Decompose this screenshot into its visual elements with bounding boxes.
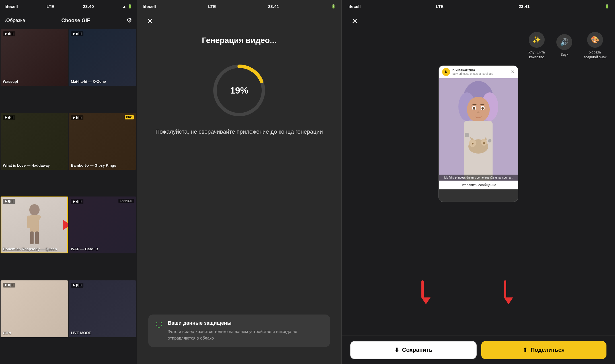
enhance-label: Улучшитькачество bbox=[528, 50, 545, 60]
close-button[interactable]: ✕ bbox=[144, 15, 156, 27]
selected-overlay bbox=[1, 197, 68, 253]
video-person bbox=[439, 78, 518, 181]
status-bar-3: lifecell LTE 23:41 🔋 bbox=[342, 0, 615, 13]
play-triangle-7 bbox=[5, 284, 7, 286]
security-description: Фото и видео хранятся только на вашем ус… bbox=[168, 328, 323, 341]
video-subtitle-sm: fairy princess or sasha_soul_art bbox=[452, 72, 511, 75]
gear-icon[interactable]: ⚙ bbox=[126, 17, 132, 24]
time-2: 23:41 bbox=[268, 4, 279, 9]
svg-point-27 bbox=[483, 142, 485, 144]
video-body: CREATED WITH AVATARIFY APP bbox=[439, 78, 518, 181]
battery-icon-3: 🔋 bbox=[605, 4, 609, 9]
gif-label-5: Bohemian Rhapsody — Queen bbox=[3, 247, 57, 251]
gif-item-8[interactable]: LIVE MODE bbox=[69, 280, 136, 337]
share-button[interactable]: ⬆ Поделиться bbox=[481, 341, 606, 359]
video-username: nikiitakarizma bbox=[452, 68, 511, 72]
play-triangle-8 bbox=[73, 284, 75, 287]
gif-label-1: Wassup! bbox=[3, 79, 18, 84]
close-btn-area: ✕ bbox=[137, 13, 341, 27]
security-title: Ваши данные защищены bbox=[168, 320, 323, 326]
shield-icon: 🛡 bbox=[155, 321, 163, 330]
video-card-header: N nikiitakarizma fairy princess or sasha… bbox=[439, 66, 518, 78]
share-icon: ⬆ bbox=[523, 347, 528, 353]
close-x-icon: ✕ bbox=[147, 17, 153, 26]
pro-badge: PRO bbox=[125, 115, 134, 119]
svg-point-12 bbox=[467, 97, 490, 122]
signal-icon: ▲ bbox=[122, 4, 126, 9]
close-button-3[interactable]: ✕ bbox=[348, 15, 361, 27]
svg-point-19 bbox=[465, 133, 469, 137]
panel-choose-gif: lifecell LTE 23:40 ▲ 🔋 ‹ Обрезка Choose … bbox=[0, 0, 137, 364]
video-bottom-caption: My fairy princess dreams come true @sash… bbox=[439, 175, 518, 181]
time-1: 23:40 bbox=[83, 4, 94, 9]
save-button[interactable]: ⬇ Сохранить bbox=[350, 341, 477, 359]
play-icon-6 bbox=[71, 199, 83, 204]
send-message-btn[interactable]: Отправить сообщение bbox=[439, 181, 518, 189]
battery-icon: 🔋 bbox=[128, 4, 132, 9]
selection-arrow bbox=[63, 220, 68, 230]
svg-point-17 bbox=[477, 111, 479, 113]
result-tools: ✨ Улучшитькачество 🔊 Звук 🎨 Убратьводяно… bbox=[342, 27, 615, 63]
video-user-info: nikiitakarizma fairy princess or sasha_s… bbox=[450, 68, 511, 75]
svg-point-26 bbox=[472, 143, 473, 144]
play-triangle-2 bbox=[73, 32, 75, 35]
enhance-icon: ✨ bbox=[529, 32, 545, 48]
status-bar-1: lifecell LTE 23:40 ▲ 🔋 bbox=[0, 0, 137, 13]
play-triangle-3 bbox=[5, 116, 7, 119]
play-icon-5 bbox=[3, 199, 15, 204]
gif-item-6[interactable]: FASHION WAP — Cardi B bbox=[69, 197, 136, 253]
gif-grid: Wassup! Mai-ha-hi — O-Zone What is Love … bbox=[0, 28, 137, 364]
video-avatar: N bbox=[442, 68, 450, 76]
video-close-sm-icon[interactable]: ✕ bbox=[511, 69, 514, 75]
generation-title: Генерация видео... bbox=[137, 27, 341, 51]
video-preview-area: N nikiitakarizma fairy princess or sasha… bbox=[342, 63, 615, 336]
sound-icon: 🔊 bbox=[556, 34, 572, 50]
waveform-5 bbox=[8, 200, 13, 203]
red-arrow-right bbox=[504, 280, 513, 304]
waveform-3 bbox=[8, 116, 13, 119]
gif-item-1[interactable]: Wassup! bbox=[1, 29, 68, 86]
watermark-icon: 🎨 bbox=[587, 32, 603, 48]
network-1: LTE bbox=[46, 4, 54, 9]
gif-item-2[interactable]: Mai-ha-hi — O-Zone bbox=[69, 29, 136, 86]
svg-point-20 bbox=[488, 139, 491, 142]
play-icon-7 bbox=[3, 283, 15, 288]
tool-enhance[interactable]: ✨ Улучшитькачество bbox=[528, 32, 545, 60]
network-2: LTE bbox=[208, 4, 216, 9]
panel-generation: lifecell LTE 23:41 🔋 ✕ Генерация видео..… bbox=[137, 0, 342, 364]
fashion-badge: FASHION bbox=[118, 199, 134, 203]
play-icon-4 bbox=[71, 115, 83, 120]
generation-subtitle: Пожалуйста, не сворачивайте приложение д… bbox=[137, 127, 341, 147]
watermark-label: Убратьводяной знак bbox=[584, 50, 606, 60]
battery-icon-2: 🔋 bbox=[331, 4, 336, 9]
carrier-3: lifecell bbox=[347, 4, 361, 9]
gif-item-7[interactable]: GIFs bbox=[1, 280, 68, 337]
gif-item-4[interactable]: PRO Bamboléo — Gipsy Kings bbox=[69, 113, 136, 170]
svg-point-16 bbox=[481, 107, 484, 110]
back-button[interactable]: ‹ Обрезка bbox=[5, 18, 25, 23]
tool-sound[interactable]: 🔊 Звук bbox=[556, 34, 572, 57]
panel-result: lifecell LTE 23:41 🔋 ✕ ✨ Улучшитькачеств… bbox=[342, 0, 615, 364]
gif-item-5[interactable]: Bohemian Rhapsody — Queen bbox=[1, 197, 68, 253]
progress-container: 19% bbox=[137, 51, 341, 127]
close-btn-area-3: ✕ bbox=[342, 13, 615, 27]
progress-ring: 19% bbox=[211, 62, 268, 119]
waveform-2 bbox=[76, 32, 81, 35]
waveform-7 bbox=[8, 284, 13, 287]
gif-label-6: WAP — Cardi B bbox=[71, 247, 98, 251]
status-icons-1: ▲ 🔋 bbox=[122, 4, 132, 9]
back-label: Обрезка bbox=[6, 18, 25, 23]
video-card: N nikiitakarizma fairy princess or sasha… bbox=[438, 65, 518, 202]
status-bar-2: lifecell LTE 23:41 🔋 bbox=[137, 0, 341, 13]
play-triangle bbox=[5, 32, 7, 35]
page-title: Choose GIF bbox=[62, 18, 90, 24]
svg-point-15 bbox=[473, 107, 475, 110]
gif-label-8: LIVE MODE bbox=[71, 331, 91, 335]
nav-bar-1: ‹ Обрезка Choose GIF ⚙ bbox=[0, 13, 137, 28]
gif-label-7: GIFs bbox=[3, 331, 11, 335]
network-3: LTE bbox=[436, 4, 444, 9]
carrier-1: lifecell bbox=[5, 4, 18, 9]
gif-item-3[interactable]: What is Love — Haddaway bbox=[1, 113, 68, 170]
time-3: 23:41 bbox=[519, 4, 530, 9]
tool-watermark[interactable]: 🎨 Убратьводяной знак bbox=[584, 32, 606, 60]
